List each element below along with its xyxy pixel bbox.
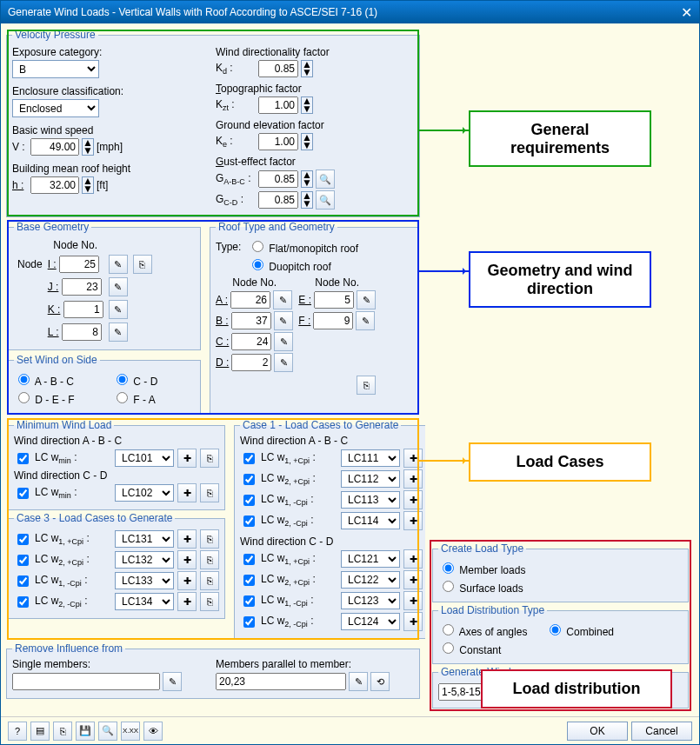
- apply-icon[interactable]: ⎘: [357, 376, 376, 395]
- node-f-input[interactable]: [313, 312, 353, 329]
- node-c-input[interactable]: [231, 333, 271, 350]
- ke-input[interactable]: [258, 133, 298, 150]
- new-lc-icon[interactable]: ✚: [177, 592, 197, 611]
- kzt-spinner[interactable]: ▲▼: [301, 96, 313, 114]
- edit-lc-icon[interactable]: ⎘: [200, 550, 219, 569]
- new-lc-icon[interactable]: ✚: [177, 483, 197, 502]
- minwind2-check[interactable]: [17, 488, 29, 499]
- node-e-input[interactable]: [314, 291, 354, 309]
- new-lc-icon[interactable]: ✚: [403, 449, 423, 468]
- close-icon[interactable]: ✕: [681, 4, 692, 21]
- lc-select[interactable]: LC114: [341, 512, 400, 529]
- lc-check[interactable]: [243, 554, 255, 565]
- radio-duo[interactable]: Duopitch roof: [248, 256, 331, 273]
- lc-select[interactable]: LC124: [341, 613, 400, 630]
- edit-lc-icon[interactable]: ⎘: [200, 529, 219, 549]
- icon-3[interactable]: ⎘: [53, 722, 72, 741]
- pick-icon[interactable]: ✎: [356, 311, 375, 330]
- lc-select[interactable]: LC131: [115, 530, 174, 548]
- edit-lc-icon[interactable]: ⎘: [200, 483, 219, 502]
- gcd-input[interactable]: [258, 191, 298, 209]
- minwind2-select[interactable]: LC102: [115, 484, 174, 502]
- lc-check[interactable]: [17, 596, 29, 608]
- node-b-input[interactable]: [231, 312, 271, 329]
- radio-axes[interactable]: Axes of angles: [438, 622, 543, 638]
- new-lc-icon[interactable]: ✚: [403, 469, 423, 489]
- pick-icon[interactable]: ✎: [109, 255, 128, 274]
- minwind1-select[interactable]: LC101: [115, 449, 174, 467]
- new-lc-icon[interactable]: ✚: [403, 549, 423, 569]
- radio-cd[interactable]: C - D: [112, 371, 157, 388]
- radio-def[interactable]: D - E - F: [14, 389, 110, 406]
- gabc-input[interactable]: [258, 170, 298, 188]
- node-l-input[interactable]: [62, 323, 102, 341]
- exposure-select[interactable]: B: [12, 60, 99, 78]
- basic-speed-input[interactable]: [30, 138, 79, 156]
- pick-icon[interactable]: ✎: [109, 277, 128, 296]
- new-lc-icon[interactable]: ✚: [177, 449, 197, 468]
- node-d-input[interactable]: [231, 354, 271, 371]
- new-lc-icon[interactable]: ✚: [177, 571, 197, 590]
- radio-abc[interactable]: A - B - C: [14, 371, 110, 388]
- lc-select[interactable]: LC121: [341, 550, 400, 568]
- pick-icon[interactable]: ✎: [109, 300, 128, 319]
- cancel-button[interactable]: Cancel: [631, 722, 692, 741]
- radio-combined[interactable]: Combined: [545, 622, 614, 638]
- enclosure-select[interactable]: Enclosed: [12, 99, 99, 117]
- new-lc-icon[interactable]: ✚: [403, 511, 423, 530]
- gcd-spinner[interactable]: ▲▼: [301, 191, 313, 209]
- help-icon[interactable]: ?: [8, 722, 27, 741]
- pick-icon[interactable]: ✎: [274, 311, 293, 330]
- pick-icon[interactable]: ✎: [163, 672, 182, 691]
- height-spinner[interactable]: ▲▼: [82, 176, 94, 194]
- edit-lc-icon[interactable]: ⎘: [200, 449, 219, 468]
- kzt-input[interactable]: [258, 96, 298, 114]
- height-input[interactable]: [30, 176, 79, 194]
- lc-select[interactable]: LC132: [115, 551, 174, 569]
- lc-select[interactable]: LC122: [341, 571, 400, 589]
- lc-select[interactable]: LC111: [341, 449, 400, 467]
- lc-check[interactable]: [243, 616, 255, 628]
- lc-check[interactable]: [243, 516, 255, 527]
- xxx-icon[interactable]: X.XX: [121, 722, 140, 741]
- radio-member[interactable]: Member loads: [438, 560, 525, 576]
- lc-check[interactable]: [17, 555, 29, 566]
- gabc-spinner[interactable]: ▲▼: [301, 170, 313, 188]
- gabc-tool-icon[interactable]: 🔍: [316, 170, 335, 189]
- radio-fa[interactable]: F - A: [112, 389, 156, 406]
- pick-icon[interactable]: ✎: [273, 290, 292, 309]
- pick-icon[interactable]: ✎: [274, 353, 293, 372]
- lc-select[interactable]: LC123: [341, 592, 400, 609]
- gcd-tool-icon[interactable]: 🔍: [316, 190, 335, 210]
- radio-constant[interactable]: Constant: [438, 640, 501, 656]
- ok-button[interactable]: OK: [567, 722, 628, 741]
- new-lc-icon[interactable]: ✚: [403, 490, 423, 509]
- lc-check[interactable]: [243, 575, 255, 586]
- node-k-input[interactable]: [63, 301, 103, 318]
- pick-icon[interactable]: ✎: [274, 332, 293, 351]
- radio-surface[interactable]: Surface loads: [438, 578, 523, 595]
- edit-lc-icon[interactable]: ⎘: [200, 571, 219, 590]
- lc-check[interactable]: [243, 453, 255, 464]
- edit-lc-icon[interactable]: ⎘: [200, 592, 219, 611]
- new-lc-icon[interactable]: ✚: [177, 529, 197, 549]
- apply-icon[interactable]: ⎘: [133, 255, 152, 274]
- new-lc-icon[interactable]: ✚: [403, 612, 423, 631]
- undo-icon[interactable]: ⟲: [370, 672, 390, 691]
- lc-select[interactable]: LC112: [341, 470, 400, 488]
- lc-check[interactable]: [243, 595, 255, 607]
- single-input[interactable]: [12, 673, 160, 690]
- new-lc-icon[interactable]: ✚: [403, 591, 423, 610]
- lc-check[interactable]: [17, 534, 29, 545]
- new-lc-icon[interactable]: ✚: [177, 550, 197, 569]
- eye-icon[interactable]: 👁: [143, 722, 163, 741]
- radio-flat[interactable]: Flat/monopitch roof: [248, 238, 358, 255]
- ke-spinner[interactable]: ▲▼: [301, 133, 313, 150]
- kd-spinner[interactable]: ▲▼: [301, 60, 313, 77]
- minwind1-check[interactable]: [17, 453, 29, 464]
- lc-check[interactable]: [243, 474, 255, 485]
- pick-icon[interactable]: ✎: [357, 290, 376, 309]
- zoom-icon[interactable]: 🔍: [98, 722, 117, 741]
- pick-icon[interactable]: ✎: [109, 323, 128, 342]
- lc-select[interactable]: LC133: [115, 572, 174, 589]
